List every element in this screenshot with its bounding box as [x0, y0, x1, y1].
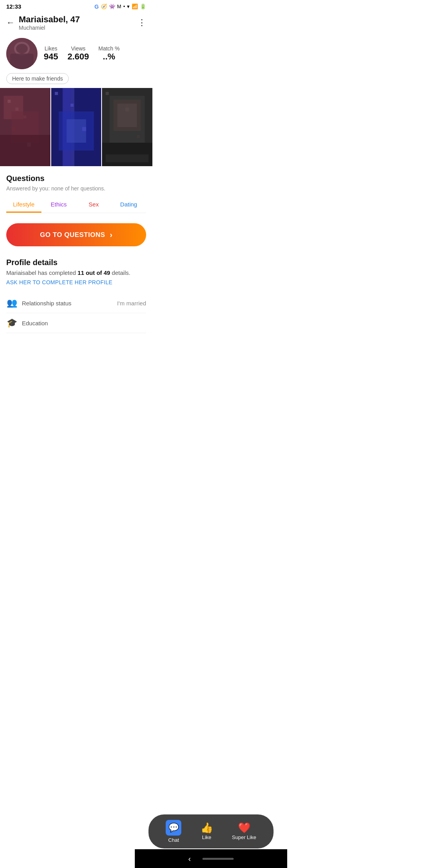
- questions-section: Questions Answered by you: none of her q…: [0, 166, 152, 223]
- tab-dating[interactable]: Dating: [111, 197, 147, 213]
- likes-value: 945: [44, 52, 58, 62]
- bottom-spacer: [0, 337, 152, 384]
- wifi-icon: ▾: [127, 4, 130, 9]
- education-icon: 🎓: [6, 318, 17, 328]
- cta-text: GO TO QUESTIONS: [40, 231, 105, 239]
- relationship-icon: 👥: [6, 298, 17, 308]
- ask-complete-profile-link[interactable]: ASK HER TO COMPLETE HER PROFILE: [6, 279, 146, 285]
- svg-rect-8: [7, 100, 11, 103]
- svg-rect-28: [137, 135, 140, 138]
- profile-details-title: Profile details: [6, 258, 146, 267]
- svg-rect-2: [10, 54, 34, 69]
- svg-rect-20: [82, 127, 86, 131]
- svg-rect-11: [11, 127, 15, 131]
- questions-subtitle: Answered by you: none of her questions.: [6, 185, 146, 192]
- match-stat: Match % ..%: [98, 45, 120, 62]
- education-row: 🎓 Education: [6, 313, 146, 333]
- relationship-value: I'm married: [117, 300, 146, 307]
- tab-sex[interactable]: Sex: [76, 197, 111, 213]
- go-to-questions-button[interactable]: GO TO QUESTIONS ›: [6, 223, 146, 246]
- svg-rect-29: [106, 154, 149, 162]
- svg-rect-7: [0, 135, 50, 166]
- relationship-status-row: 👥 Relationship status I'm married: [6, 293, 146, 313]
- likes-stat: Likes 945: [44, 45, 58, 62]
- svg-rect-19: [70, 104, 73, 107]
- subtitle-post: details.: [110, 269, 131, 276]
- likes-label: Likes: [44, 45, 58, 52]
- profile-name: Mariaisabel, 47: [19, 14, 138, 25]
- compass-icon: 🧭: [101, 4, 107, 9]
- bio-badge: Here to make friends: [6, 73, 152, 84]
- svg-rect-27: [125, 108, 129, 111]
- back-button[interactable]: ←: [6, 18, 15, 28]
- svg-rect-12: [27, 143, 31, 147]
- svg-rect-10: [23, 115, 26, 118]
- ghost-icon: 👾: [109, 4, 115, 9]
- profile-details-section: Profile details Mariaisabel has complete…: [0, 254, 152, 337]
- education-label: Education: [22, 320, 141, 326]
- signal-icon: 📶: [132, 4, 138, 9]
- avatar: [6, 38, 38, 69]
- avatar-image: [6, 38, 38, 69]
- profile-location: Muchamiel: [19, 25, 138, 31]
- gmail-icon: M: [117, 4, 122, 9]
- subtitle-highlight: 11 out of 49: [78, 269, 110, 276]
- stats-container: Likes 945 Views 2.609 Match % ..%: [44, 45, 120, 62]
- profile-header: ← Mariaisabel, 47 Muchamiel ⋮: [0, 11, 152, 34]
- views-value: 2.609: [68, 52, 89, 62]
- photo-3[interactable]: [102, 88, 152, 166]
- profile-stats: Likes 945 Views 2.609 Match % ..%: [0, 34, 152, 73]
- match-label: Match %: [98, 45, 120, 52]
- tab-ethics[interactable]: Ethics: [41, 197, 77, 213]
- svg-rect-18: [55, 92, 58, 95]
- svg-rect-24: [118, 104, 137, 127]
- svg-rect-26: [106, 92, 109, 95]
- header-info: Mariaisabel, 47 Muchamiel: [19, 14, 138, 31]
- svg-rect-3: [16, 44, 28, 54]
- match-value: ..%: [98, 52, 120, 62]
- relationship-label: Relationship status: [22, 300, 112, 307]
- cta-arrow-icon: ›: [110, 230, 113, 239]
- bio-text: Here to make friends: [6, 73, 69, 84]
- subtitle-pre: Mariaisabel has completed: [6, 269, 78, 276]
- more-options-button[interactable]: ⋮: [138, 18, 146, 28]
- status-icons: G 🧭 👾 M • ▾ 📶 🔋: [95, 4, 146, 10]
- battery-icon: 🔋: [140, 4, 146, 9]
- questions-tabs: Lifestyle Ethics Sex Dating: [6, 197, 146, 213]
- questions-title: Questions: [6, 174, 146, 183]
- dot-icon: •: [123, 4, 125, 9]
- status-time: 12:33: [6, 3, 21, 10]
- svg-rect-9: [15, 108, 18, 111]
- views-label: Views: [68, 45, 89, 52]
- photo-1[interactable]: [0, 88, 50, 166]
- tab-lifestyle[interactable]: Lifestyle: [6, 197, 41, 213]
- photo-strip: [0, 88, 152, 166]
- profile-details-subtitle: Mariaisabel has completed 11 out of 49 d…: [6, 269, 146, 276]
- google-icon: G: [95, 4, 99, 10]
- views-stat: Views 2.609: [68, 45, 89, 62]
- status-bar: 12:33 G 🧭 👾 M • ▾ 📶 🔋: [0, 0, 152, 11]
- photo-2[interactable]: [51, 88, 102, 166]
